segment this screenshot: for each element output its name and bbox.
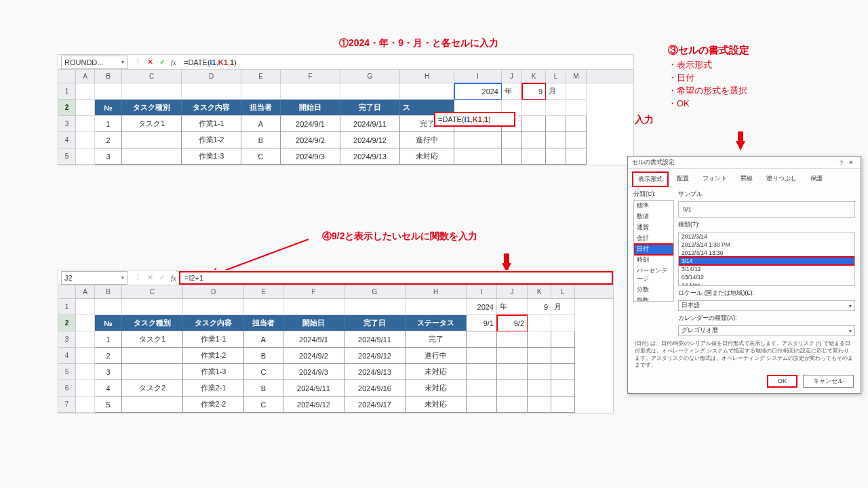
table-cell[interactable] xyxy=(467,396,497,413)
table-cell[interactable] xyxy=(76,380,95,396)
tab-fill[interactable]: 塗りつぶし xyxy=(761,171,802,187)
spreadsheet-bottom[interactable]: J2 ▾ ⋮ ✕ ✓ fx =I2+1 A B C D E F G H I J … xyxy=(58,270,614,413)
cell[interactable] xyxy=(183,299,244,315)
cell-date-header[interactable]: 9/1 xyxy=(467,315,497,331)
cell[interactable] xyxy=(340,83,400,100)
table-cell[interactable]: 2024/9/12 xyxy=(283,396,344,413)
category-item[interactable]: 標準 xyxy=(634,201,673,211)
col-header[interactable]: J xyxy=(502,70,522,83)
cancel-formula-button[interactable]: ✕ xyxy=(144,273,156,282)
cell[interactable] xyxy=(244,299,283,315)
row-header[interactable]: 6 xyxy=(58,380,76,396)
row-header[interactable]: 4 xyxy=(58,348,76,364)
help-icon[interactable]: ? xyxy=(837,159,846,166)
fx-icon[interactable]: fx xyxy=(168,274,179,282)
cell[interactable] xyxy=(400,83,454,100)
cell[interactable]: 2024 xyxy=(467,299,497,315)
table-cell[interactable] xyxy=(76,348,95,364)
table-cell[interactable]: 1 xyxy=(95,116,122,132)
cell[interactable] xyxy=(95,83,122,100)
cell[interactable]: 月 xyxy=(546,83,566,100)
category-item[interactable]: 会計 xyxy=(634,233,673,244)
table-cell[interactable] xyxy=(76,364,95,380)
table-cell[interactable] xyxy=(497,348,528,364)
table-cell[interactable] xyxy=(467,348,497,364)
table-cell[interactable] xyxy=(546,132,566,148)
select-all-corner[interactable] xyxy=(58,70,76,83)
table-cell[interactable] xyxy=(122,132,182,148)
cell[interactable]: 年 xyxy=(497,299,528,315)
col-header[interactable]: E xyxy=(244,285,283,298)
col-header[interactable]: I xyxy=(454,70,502,83)
table-cell[interactable] xyxy=(122,148,182,165)
calendar-combo[interactable]: グレゴリオ暦▾ xyxy=(678,325,855,336)
col-header[interactable]: B xyxy=(95,70,122,83)
row-header[interactable]: 3 xyxy=(58,331,76,348)
table-cell[interactable] xyxy=(467,364,497,380)
table-cell[interactable]: 2024/9/17 xyxy=(344,396,406,413)
ok-button[interactable]: OK xyxy=(767,375,797,388)
row-header[interactable]: 2 xyxy=(58,315,76,331)
col-header[interactable]: G xyxy=(340,70,400,83)
col-header[interactable]: D xyxy=(182,70,241,83)
table-cell[interactable]: 2024/9/11 xyxy=(344,331,406,348)
tab-number-format[interactable]: 表示形式 xyxy=(632,171,669,187)
table-cell[interactable] xyxy=(522,116,546,132)
cell[interactable] xyxy=(281,83,340,100)
col-header[interactable]: B xyxy=(95,285,122,298)
col-header[interactable]: F xyxy=(281,70,340,83)
table-cell[interactable] xyxy=(122,396,183,413)
table-cell[interactable] xyxy=(76,396,95,413)
table-cell[interactable] xyxy=(467,380,497,396)
type-item[interactable]: 14-Mar xyxy=(679,281,854,286)
table-cell[interactable]: 2024/9/11 xyxy=(340,116,400,132)
chevron-down-icon[interactable]: ▾ xyxy=(121,274,124,281)
table-cell[interactable]: 完了 xyxy=(406,331,467,348)
enter-formula-button[interactable]: ✓ xyxy=(156,58,168,66)
table-cell[interactable] xyxy=(551,396,575,413)
table-cell[interactable]: 作業2-1 xyxy=(183,380,244,396)
name-box[interactable]: ROUNDD... ▾ xyxy=(61,56,127,69)
table-cell[interactable] xyxy=(522,148,546,165)
cell[interactable]: 9 xyxy=(522,83,546,100)
table-cell[interactable] xyxy=(467,331,497,348)
close-icon[interactable]: ✕ xyxy=(846,159,856,166)
table-cell[interactable]: 作業1-1 xyxy=(182,116,241,132)
table-cell[interactable]: タスク1 xyxy=(122,116,182,132)
spreadsheet-top[interactable]: ROUNDD... ▾ ⋮ ✕ ✓ fx =DATE(I1,K1,1) A B … xyxy=(58,54,634,165)
row-header[interactable]: 7 xyxy=(58,396,76,413)
table-cell[interactable]: 2024/9/12 xyxy=(344,348,406,364)
table-cell[interactable] xyxy=(122,364,183,380)
col-header[interactable]: K xyxy=(522,70,546,83)
row-header[interactable]: 5 xyxy=(58,364,76,380)
row-header[interactable]: 2 xyxy=(58,100,76,116)
table-cell[interactable]: 3 xyxy=(95,364,122,380)
col-header[interactable]: G xyxy=(344,285,406,298)
cell[interactable] xyxy=(566,100,587,116)
table-cell[interactable]: 2024/9/3 xyxy=(283,364,344,380)
table-cell[interactable]: 作業2-2 xyxy=(183,396,244,413)
col-header[interactable]: K xyxy=(528,285,551,298)
cell[interactable] xyxy=(122,83,182,100)
table-cell[interactable] xyxy=(522,132,546,148)
table-cell[interactable] xyxy=(76,116,95,132)
table-cell[interactable]: 5 xyxy=(95,396,122,413)
table-cell[interactable]: 進行中 xyxy=(400,132,454,148)
cell[interactable]: 2024 xyxy=(454,83,502,100)
table-cell[interactable]: 未対応 xyxy=(406,364,467,380)
table-cell[interactable] xyxy=(454,148,502,165)
table-cell[interactable]: 作業1-2 xyxy=(183,348,244,364)
table-cell[interactable] xyxy=(497,396,528,413)
table-cell[interactable]: 未対応 xyxy=(406,380,467,396)
fx-icon[interactable]: fx xyxy=(168,58,179,66)
cell-date-header[interactable]: 9/2 xyxy=(497,315,528,331)
col-header[interactable]: L xyxy=(546,70,566,83)
row-header[interactable]: 1 xyxy=(58,299,76,315)
cell[interactable] xyxy=(76,100,95,116)
table-cell[interactable] xyxy=(497,380,528,396)
formula-bar[interactable]: =I2+1 xyxy=(179,271,613,285)
tab-font[interactable]: フォント xyxy=(697,171,732,187)
table-cell[interactable] xyxy=(76,132,95,148)
table-cell[interactable] xyxy=(551,348,575,364)
category-item[interactable]: 数値 xyxy=(634,211,673,222)
